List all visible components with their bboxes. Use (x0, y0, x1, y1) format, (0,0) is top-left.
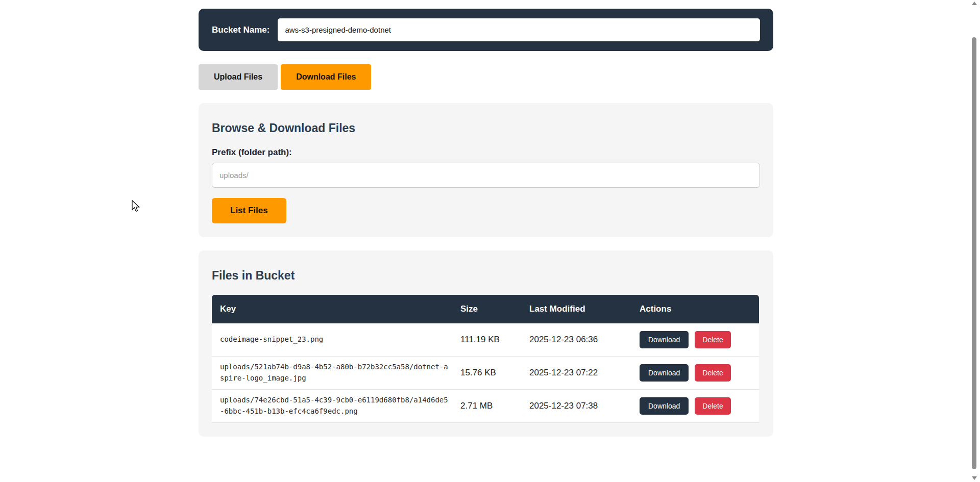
files-table: Key Size Last Modified Actions codeimage… (212, 295, 759, 423)
mode-tabs: Upload Files Download Files (199, 64, 773, 90)
file-key: uploads/521ab74b-d9a8-4b52-a80b-b72b32cc… (212, 357, 452, 389)
file-last-modified: 2025-12-23 07:22 (521, 368, 631, 378)
bucket-name-input[interactable] (278, 18, 760, 41)
file-size: 15.76 KB (452, 368, 521, 378)
delete-button[interactable]: Delete (695, 364, 730, 382)
list-files-button[interactable]: List Files (212, 198, 286, 223)
table-row: uploads/521ab74b-d9a8-4b52-a80b-b72b32cc… (212, 357, 759, 390)
delete-button[interactable]: Delete (695, 331, 730, 348)
scrollbar-thumb[interactable] (972, 37, 976, 469)
file-size: 2.71 MB (452, 401, 521, 411)
file-actions: Download Delete (631, 397, 759, 415)
file-key: uploads/74e26cbd-51a5-4c39-9cb0-e6119d68… (212, 390, 452, 422)
files-in-bucket-panel: Files in Bucket Key Size Last Modified A… (199, 250, 773, 437)
column-header-actions: Actions (631, 304, 759, 314)
scrollbar-up-arrow-icon[interactable] (972, 2, 977, 5)
files-table-header: Key Size Last Modified Actions (212, 295, 759, 323)
browse-download-panel: Browse & Download Files Prefix (folder p… (199, 103, 773, 237)
file-actions: Download Delete (631, 331, 759, 348)
download-button[interactable]: Download (640, 397, 689, 415)
file-size: 111.19 KB (452, 335, 521, 345)
file-last-modified: 2025-12-23 07:38 (521, 401, 631, 411)
mouse-cursor-icon (132, 200, 141, 215)
page-content: Bucket Name: Upload Files Download Files… (199, 0, 773, 437)
browse-panel-title: Browse & Download Files (212, 121, 760, 135)
table-row: codeimage-snippet_23.png 111.19 KB 2025-… (212, 323, 759, 357)
column-header-size: Size (452, 304, 521, 314)
table-row: uploads/74e26cbd-51a5-4c39-9cb0-e6119d68… (212, 390, 759, 423)
tab-download-files[interactable]: Download Files (281, 64, 371, 90)
tab-upload-files[interactable]: Upload Files (199, 64, 278, 90)
file-actions: Download Delete (631, 364, 759, 382)
scrollbar-down-arrow-icon[interactable] (972, 476, 977, 480)
download-button[interactable]: Download (640, 364, 689, 382)
delete-button[interactable]: Delete (695, 397, 730, 415)
prefix-label: Prefix (folder path): (212, 147, 760, 158)
vertical-scrollbar[interactable] (972, 0, 976, 482)
download-button[interactable]: Download (640, 331, 689, 348)
bucket-name-label: Bucket Name: (212, 25, 270, 35)
file-key: codeimage-snippet_23.png (212, 329, 452, 350)
column-header-last-modified: Last Modified (521, 304, 631, 314)
bucket-name-bar: Bucket Name: (199, 9, 773, 51)
file-last-modified: 2025-12-23 06:36 (521, 335, 631, 345)
files-panel-title: Files in Bucket (212, 269, 760, 283)
prefix-input[interactable] (212, 163, 760, 188)
column-header-key: Key (212, 304, 452, 314)
